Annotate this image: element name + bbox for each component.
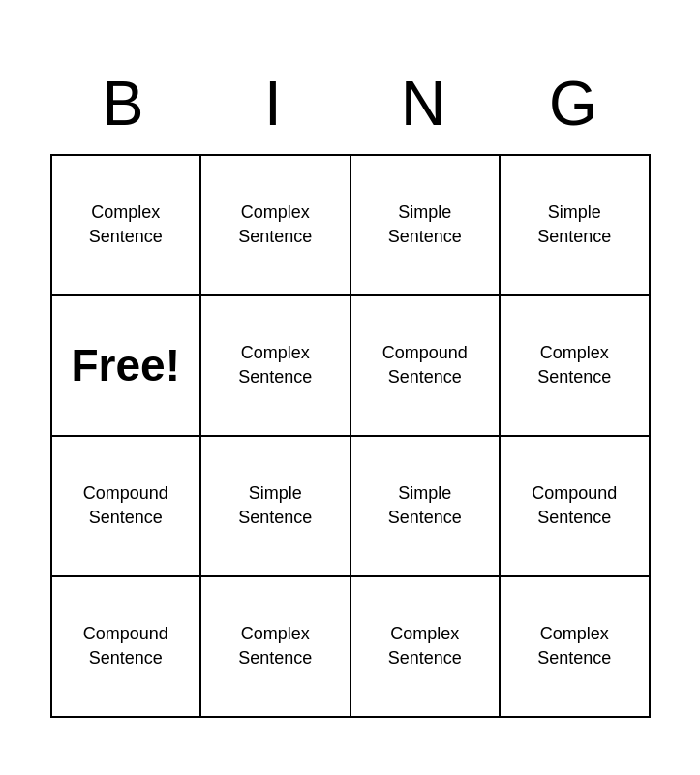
bingo-cell: Complex Sentence <box>52 156 202 296</box>
bingo-header: BING <box>50 58 651 154</box>
bingo-grid: Complex SentenceComplex SentenceSimple S… <box>50 154 651 718</box>
bingo-cell: Complex Sentence <box>501 577 651 718</box>
bingo-cell: Complex Sentence <box>351 577 502 718</box>
header-letter: B <box>50 58 200 154</box>
header-letter: N <box>350 58 501 154</box>
header-letter: G <box>501 58 651 154</box>
bingo-cell: Simple Sentence <box>501 156 651 296</box>
bingo-cell: Complex Sentence <box>501 296 651 437</box>
bingo-cell: Complex Sentence <box>201 156 351 296</box>
bingo-cell: Compound Sentence <box>351 296 502 437</box>
header-letter: I <box>200 58 350 154</box>
free-space: Free! <box>52 296 202 437</box>
bingo-cell: Complex Sentence <box>201 577 351 718</box>
bingo-cell: Simple Sentence <box>351 437 502 577</box>
bingo-cell: Compound Sentence <box>52 437 202 577</box>
bingo-cell: Complex Sentence <box>201 296 351 437</box>
bingo-cell: Simple Sentence <box>351 156 502 296</box>
bingo-card: BING Complex SentenceComplex SentenceSim… <box>31 39 670 737</box>
bingo-cell: Simple Sentence <box>201 437 351 577</box>
bingo-cell: Compound Sentence <box>52 577 202 718</box>
bingo-cell: Compound Sentence <box>501 437 651 577</box>
